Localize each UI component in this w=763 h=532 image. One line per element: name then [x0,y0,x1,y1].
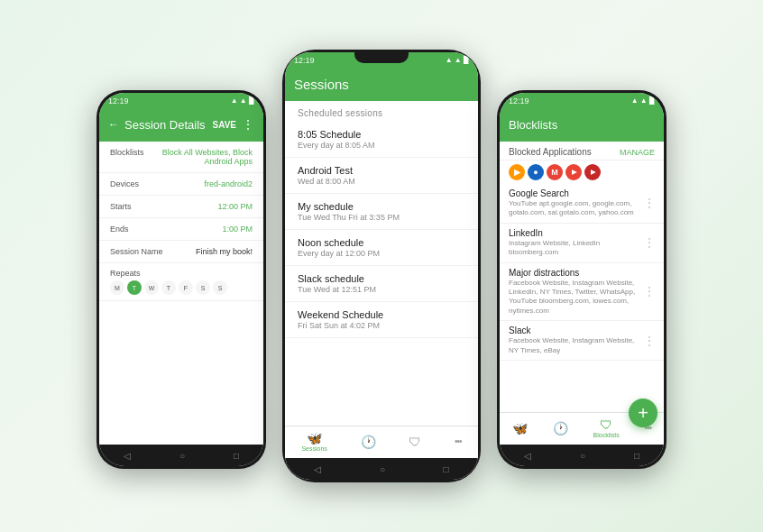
nav-clock-right[interactable]: 🕐 [553,422,568,435]
day-fri[interactable]: F [179,280,193,295]
day-thu[interactable]: T [161,280,176,295]
blocklists-title: Blocklists [509,118,655,132]
schedule-item-2[interactable]: My schedule Tue Wed Thu Fri at 3:35 PM [285,194,478,230]
time-left: 12:19 [108,96,129,105]
schedule-item-5[interactable]: Weekend Schedule Fri Sat Sun at 4:02 PM [285,302,478,338]
fab-button[interactable]: + [629,399,657,427]
starts-label: Starts [110,202,157,211]
blocklist-title-3: Slack [509,326,644,335]
app-icon-4: ▶ [584,164,601,180]
blocklist-item-0[interactable]: Google Search YouTube apt.google.com, go… [500,184,664,224]
app-icon-2: M [547,164,563,180]
session-details-content: Blocklists Block All Websites, Block And… [99,142,263,445]
more-icon: ••• [455,437,462,446]
blocklist-menu-2[interactable]: ⋮ [644,285,655,298]
blocklist-sub-1: Instagram Website, LinkedIn bloomberg.co… [509,239,644,258]
app-bar-actions: SAVE ⋮ [213,117,255,132]
sessions-title: Sessions [294,77,469,92]
shield-icon: 🛡 [409,436,421,448]
repeats-row: Repeats M T W T F S S [99,263,263,301]
schedule-title-1: Android Test [298,165,465,176]
sessions-icon: 🦋 [307,432,322,445]
blocklists-content: Blocked Applications MANAGE ▶ ● M ▶ ▶ Go… [500,142,664,412]
blocklist-item-3[interactable]: Slack Facebook Website, Instagram Websit… [500,321,664,361]
schedule-sub-2: Tue Wed Thu Fri at 3:35 PM [298,213,465,222]
starts-row[interactable]: Starts 12:00 PM [99,196,263,218]
repeats-label: Repeats [110,269,253,278]
schedule-item-1[interactable]: Android Test Wed at 8:00 AM [285,158,478,194]
blocked-apps-label: Blocked Applications [509,147,592,157]
app-bar-left: ← Session Details SAVE ⋮ [99,107,263,142]
ends-row[interactable]: Ends 1:00 PM [99,218,263,241]
blocklist-title-0: Google Search [509,188,644,198]
schedule-sub-3: Every day at 12:00 PM [298,249,465,258]
shield-icon-right: 🛡 [600,418,612,431]
nav-sessions-label: Sessions [301,445,326,452]
more-button[interactable]: ⋮ [242,117,254,132]
nav-clock[interactable]: 🕐 [361,436,376,448]
blocklists-row[interactable]: Blocklists Block All Websites, Block And… [99,142,263,173]
phone-center: 12:19 ▲ ▲ ▉ Sessions Scheduled sessions … [282,50,481,482]
blocklist-item-2[interactable]: Major distractions Facebook Website, Ins… [500,263,664,322]
sessions-content: Scheduled sessions 8:05 Schedule Every d… [285,101,478,426]
blocklist-item-1[interactable]: LinkedIn Instagram Website, LinkedIn blo… [500,224,664,263]
clock-icon: 🕐 [361,436,376,448]
home-nav-center[interactable]: ○ [380,464,385,474]
bottom-nav-center: 🦋 Sessions 🕐 🛡 ••• [285,426,478,458]
day-mon[interactable]: M [110,280,124,295]
schedule-title-5: Weekend Schedule [298,309,465,320]
schedule-item-3[interactable]: Noon schedule Every day at 12:00 PM [285,230,478,266]
sessions-icon-right: 🦋 [512,422,528,435]
blocklist-menu-0[interactable]: ⋮ [644,197,655,209]
schedule-title-3: Noon schedule [298,237,465,248]
back-nav-right[interactable]: ◁ [524,451,531,461]
devices-row[interactable]: Devices fred-android2 [99,173,263,196]
blocklist-menu-3[interactable]: ⋮ [644,335,655,347]
phone-left: 12:19 ▲ ▲ ▉ ← Session Details SAVE ⋮ Blo… [97,90,266,469]
status-icons-center: ▲ ▲ ▉ [446,56,469,64]
blocklist-menu-1[interactable]: ⋮ [644,236,655,249]
nav-buttons-center: ◁ ○ □ [285,458,478,480]
devices-label: Devices [110,179,157,188]
day-tue[interactable]: T [127,280,142,295]
day-sun[interactable]: S [213,280,227,295]
status-bar-right: 12:19 ▲ ▲ ▉ [500,93,664,107]
status-icons-right: ▲ ▲ ▉ [631,96,655,105]
app-bar-right: Blocklists [500,107,664,142]
save-button[interactable]: SAVE [213,120,237,130]
recent-nav[interactable]: □ [234,451,239,461]
day-wed[interactable]: W [144,280,159,295]
day-sat[interactable]: S [196,280,210,295]
app-icon-3: ▶ [565,164,582,180]
recent-nav-center[interactable]: □ [444,464,449,474]
nav-shield[interactable]: 🛡 [409,436,421,448]
recent-nav-right[interactable]: □ [634,451,639,461]
manage-button[interactable]: MANAGE [620,148,655,157]
back-nav[interactable]: ◁ [124,451,131,461]
blocklist-sub-3: Facebook Website, Instagram Website, NY … [509,336,644,355]
app-bar-center: Sessions [285,67,478,101]
nav-blocklists-right[interactable]: 🛡 Blocklists [593,418,620,438]
status-bar-left: 12:19 ▲ ▲ ▉ [99,93,263,107]
session-name-label: Session Name [110,247,163,256]
schedule-item-0[interactable]: 8:05 Schedule Every day at 8:05 AM [285,122,478,158]
nav-sessions[interactable]: 🦋 Sessions [301,432,326,452]
home-nav-right[interactable]: ○ [580,451,585,461]
day-chips: M T W T F S S [110,280,253,295]
notch [354,52,409,63]
starts-value: 12:00 PM [217,202,253,211]
home-nav[interactable]: ○ [179,451,185,461]
back-button[interactable]: ← [108,118,119,131]
app-icons-row: ▶ ● M ▶ ▶ [500,161,664,184]
session-name-row[interactable]: Session Name Finish my book! [99,241,263,263]
schedule-title-0: 8:05 Schedule [298,129,465,140]
schedule-item-4[interactable]: Slack schedule Tue Wed at 12:51 PM [285,266,478,302]
schedule-sub-4: Tue Wed at 12:51 PM [298,285,465,294]
back-nav-center[interactable]: ◁ [314,464,321,474]
blocklists-label: Blocklists [110,148,157,157]
nav-sessions-right[interactable]: 🦋 [512,422,528,435]
session-details-title: Session Details [124,118,207,132]
blocked-apps-header: Blocked Applications MANAGE [500,142,664,161]
session-name-value: Finish my book! [196,247,253,256]
nav-more[interactable]: ••• [455,437,462,446]
